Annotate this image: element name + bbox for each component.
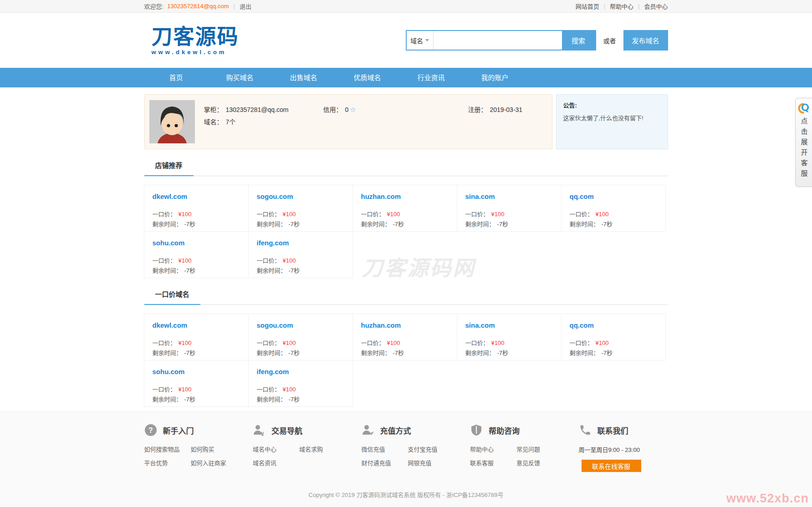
- domain-card[interactable]: huzhan.com一口价：¥100剩余时间：-7秒: [352, 185, 457, 232]
- footer-link[interactable]: 平台优势: [144, 458, 191, 467]
- time-label: 剩余时间：: [361, 221, 391, 228]
- nav-item-5[interactable]: 我的账户: [463, 68, 527, 87]
- price-label: 一口价：: [361, 211, 385, 218]
- topbar-link-1[interactable]: 帮助中心: [610, 2, 633, 10]
- domain-name[interactable]: qq.com: [570, 321, 665, 329]
- shop-domain-count: 域名：7个: [204, 117, 523, 127]
- footer-link[interactable]: 如何搜索物品: [144, 445, 191, 453]
- footer-link[interactable]: 域名资讯: [253, 458, 299, 467]
- domain-card[interactable]: huzhan.com一口价：¥100剩余时间：-7秒: [352, 314, 457, 360]
- price-value: ¥100: [283, 340, 296, 346]
- footer-link[interactable]: 网银充值: [408, 458, 438, 467]
- domain-name[interactable]: sina.com: [465, 321, 561, 329]
- domain-card[interactable]: qq.com一口价：¥100剩余时间：-7秒: [561, 314, 666, 360]
- price-label: 一口价：: [361, 340, 385, 346]
- customer-service-tab[interactable]: 点击展开客服: [795, 98, 812, 187]
- time-label: 剩余时间：: [257, 267, 286, 274]
- search-category-select[interactable]: 域名: [407, 31, 434, 50]
- footer-col-head: ¥交易导航: [253, 423, 362, 437]
- domain-card[interactable]: ifeng.com一口价：¥100剩余时间：-7秒: [248, 231, 353, 278]
- domain-card[interactable]: dkewl.com一口价：¥100剩余时间：-7秒: [144, 185, 249, 232]
- domain-name[interactable]: ifeng.com: [257, 239, 352, 247]
- domain-name[interactable]: sohu.com: [153, 368, 248, 375]
- footer-col-title: 帮助咨询: [489, 425, 520, 436]
- price-line: 一口价：¥100: [153, 385, 248, 393]
- time-line: 剩余时间：-7秒: [257, 267, 352, 274]
- footer-link[interactable]: 如何购买: [191, 445, 226, 453]
- search-button[interactable]: 搜索: [562, 31, 595, 50]
- main-nav: 首页购买域名出售域名优质域名行业资讯我的账户: [0, 68, 812, 87]
- nav-item-1[interactable]: 购买域名: [208, 68, 272, 87]
- time-label: 剩余时间：: [153, 221, 182, 228]
- domain-card[interactable]: qq.com一口价：¥100剩余时间：-7秒: [561, 185, 666, 232]
- domain-card[interactable]: sogou.com一口价：¥100剩余时间：-7秒: [248, 314, 353, 360]
- domain-name[interactable]: huzhan.com: [361, 321, 457, 329]
- domain-card[interactable]: sina.com一口价：¥100剩余时间：-7秒: [457, 314, 562, 360]
- footer-link[interactable]: 常见问题: [516, 445, 540, 453]
- footer-links: 如何搜索物品如何购买平台优势如何入驻商家: [144, 445, 253, 467]
- service-tab-label: 点击展开客服: [799, 117, 809, 180]
- shop-owner: 掌柜：1302357281@qq.com: [204, 105, 323, 114]
- price-line: 一口价：¥100: [361, 339, 457, 347]
- domain-name[interactable]: sogou.com: [257, 321, 352, 329]
- domain-name[interactable]: sohu.com: [153, 239, 248, 247]
- footer-link[interactable]: 微信充值: [362, 445, 408, 453]
- time-value: -7秒: [289, 396, 300, 403]
- footer-link[interactable]: 如何入驻商家: [191, 458, 226, 467]
- search-category-label: 域名: [410, 36, 423, 45]
- topbar-link-2[interactable]: 会员中心: [644, 2, 668, 10]
- nav-item-4[interactable]: 行业资讯: [399, 68, 463, 87]
- search-input[interactable]: [434, 31, 562, 50]
- section-title-tab[interactable]: 一口价域名: [144, 286, 200, 305]
- qq-icon: [798, 102, 810, 114]
- domain-card[interactable]: dkewl.com一口价：¥100剩余时间：-7秒: [144, 314, 249, 360]
- footer-col-title: 新手入门: [163, 425, 194, 436]
- domain-name[interactable]: qq.com: [570, 193, 665, 200]
- time-line: 剩余时间：-7秒: [570, 349, 665, 357]
- shop-credit: 信用：0☆: [323, 105, 468, 114]
- footer: ?新手入门如何搜索物品如何购买平台优势如何入驻商家¥交易导航域名中心域名求购域名…: [0, 411, 812, 507]
- welcome-label: 欢迎您:: [144, 2, 164, 10]
- time-value: -7秒: [393, 350, 404, 356]
- credit-star-icon: ☆: [350, 106, 356, 113]
- domain-name[interactable]: huzhan.com: [361, 193, 457, 200]
- domain-name[interactable]: sogou.com: [257, 193, 352, 200]
- domain-name[interactable]: sina.com: [465, 193, 561, 200]
- price-line: 一口价：¥100: [465, 339, 561, 347]
- domain-card[interactable]: sohu.com一口价：¥100剩余时间：-7秒: [144, 360, 249, 407]
- domain-card-grid: dkewl.com一口价：¥100剩余时间：-7秒sogou.com一口价：¥1…: [144, 314, 668, 407]
- footer-link[interactable]: 联系客服: [470, 458, 516, 467]
- logout-link[interactable]: 退出: [240, 2, 251, 10]
- nav-item-2[interactable]: 出售域名: [272, 68, 336, 87]
- footer-link[interactable]: 财付通充值: [362, 458, 408, 467]
- price-value: ¥100: [283, 257, 296, 264]
- footer-links: 域名中心域名求购域名资讯: [253, 445, 362, 467]
- time-label: 剩余时间：: [153, 350, 182, 356]
- footer-link[interactable]: 意见反馈: [516, 458, 540, 467]
- service-hours: 周一至周日9:00 - 23:00: [579, 445, 668, 454]
- domain-card[interactable]: sohu.com一口价：¥100剩余时间：-7秒: [144, 231, 249, 278]
- contact-service-button[interactable]: 联系在线客服: [582, 460, 641, 472]
- domain-name[interactable]: dkewl.com: [153, 193, 248, 200]
- domain-name[interactable]: ifeng.com: [257, 368, 352, 375]
- footer-col-title: 充值方式: [380, 425, 411, 436]
- footer-col-head: ?新手入门: [144, 423, 253, 437]
- footer-link[interactable]: 支付宝充值: [408, 445, 438, 453]
- domain-card[interactable]: sogou.com一口价：¥100剩余时间：-7秒: [248, 185, 353, 232]
- footer-col-4: 联系我们周一至周日9:00 - 23:00联系在线客服: [579, 423, 668, 472]
- footer-link[interactable]: 域名中心: [253, 445, 299, 453]
- domain-card[interactable]: sina.com一口价：¥100剩余时间：-7秒: [457, 185, 562, 232]
- topbar-link-0[interactable]: 网站首页: [576, 2, 599, 10]
- site-logo[interactable]: 刀客源码 www.dkewl.com: [152, 26, 239, 55]
- footer-link[interactable]: 域名求购: [299, 445, 323, 453]
- shop-avatar: [149, 100, 195, 143]
- nav-item-3[interactable]: 优质域名: [336, 68, 399, 87]
- section-title-tab[interactable]: 店铺推荐: [144, 157, 194, 176]
- credit-label: 信用：: [323, 106, 342, 113]
- footer-link[interactable]: 帮助中心: [470, 445, 516, 453]
- domain-card[interactable]: ifeng.com一口价：¥100剩余时间：-7秒: [248, 360, 353, 407]
- publish-domain-button[interactable]: 发布域名: [623, 30, 668, 51]
- nav-item-0[interactable]: 首页: [144, 68, 208, 87]
- notice-content: 这家伙太懒了,什么也没有留下!: [563, 113, 661, 122]
- domain-name[interactable]: dkewl.com: [153, 321, 248, 329]
